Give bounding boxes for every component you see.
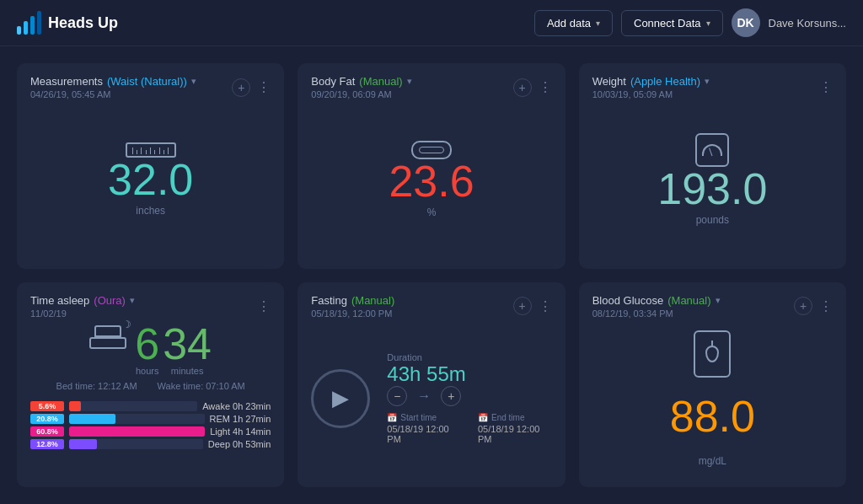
fasting-title: Fasting (Manual) [311, 294, 394, 307]
glucose-title-row: Blood Glucose (Manual) ▾ 08/12/19, 03:34… [592, 294, 721, 319]
rem-label: REM 1h 27min [210, 414, 271, 424]
fasting-end-col: 📅 End time 05/18/19 12:00 PM [478, 413, 552, 444]
body-fat-add-button[interactable]: + [513, 78, 532, 97]
awake-label: Awake 0h 23min [202, 401, 271, 411]
sleep-bar-light: 60.8% Light 4h 14min [30, 426, 271, 437]
awake-fill [69, 401, 81, 411]
fasting-card: Fasting (Manual) 05/18/19, 12:00 PM + ⋮ … [297, 282, 565, 488]
light-label: Light 4h 14min [210, 426, 271, 437]
glucose-menu-icon[interactable]: ⋮ [819, 298, 833, 314]
weight-value: 193.0 [657, 167, 767, 211]
weight-card: Weight (Apple Health) ▾ 10/03/19, 05:09 … [579, 63, 846, 269]
body-fat-chevron-icon[interactable]: ▾ [407, 76, 412, 87]
ruler-tick [154, 150, 155, 154]
fasting-title-text: Fasting [311, 294, 347, 307]
body-fat-unit: % [427, 206, 437, 218]
fasting-date: 05/18/19, 12:00 PM [311, 308, 394, 319]
glucose-source: (Manual) [667, 294, 710, 307]
measurements-title: Measurements (Waist (Natural)) ▾ [30, 75, 196, 88]
ruler-icon [126, 142, 176, 158]
glucose-drop-icon [694, 330, 731, 378]
sleep-actions: ⋮ [257, 298, 271, 314]
fasting-arrow-icon: → [417, 389, 431, 404]
measurements-body: 32.0 inches [30, 103, 271, 257]
weight-chevron-icon[interactable]: ▾ [705, 76, 710, 87]
sleep-bar-rem: 20.8% REM 1h 27min [30, 414, 271, 424]
ruler-tick [132, 147, 133, 154]
fasting-end-label: 📅 End time [478, 413, 552, 422]
ruler-tick [137, 150, 137, 154]
logo: Heads Up [17, 11, 118, 35]
weight-card-header: Weight (Apple Health) ▾ 10/03/19, 05:09 … [592, 75, 833, 99]
sleep-hours-value: 6 [135, 322, 159, 366]
body-fat-title-text: Body Fat [311, 75, 355, 88]
body-fat-title: Body Fat (Manual) ▾ [311, 75, 411, 88]
add-data-button[interactable]: Add data ▾ [534, 10, 613, 36]
fasting-add-button[interactable]: + [513, 297, 532, 315]
fasting-controls: − → + [387, 386, 551, 406]
body-fat-date: 09/20/19, 06:09 AM [311, 89, 411, 99]
weight-scale-icon [695, 133, 729, 167]
ruler-tick [150, 147, 151, 154]
awake-pct: 5.6% [30, 401, 64, 411]
glucose-add-button[interactable]: + [794, 297, 812, 315]
sleep-menu-icon[interactable]: ⋮ [257, 298, 271, 314]
drop-shape [705, 346, 719, 362]
fasting-menu-icon[interactable]: ⋮ [539, 298, 552, 314]
body-fat-title-row: Body Fat (Manual) ▾ 09/20/19, 06:09 AM [311, 75, 411, 99]
glucose-value: 88.0 [670, 391, 755, 442]
dashboard-grid: Measurements (Waist (Natural)) ▾ 04/26/1… [0, 46, 863, 504]
fasting-duration-label: Duration [387, 352, 551, 362]
fasting-end-value: 05/18/19 12:00 PM [478, 424, 552, 444]
weight-unit: pounds [696, 214, 729, 226]
tape-measure-icon [411, 141, 452, 159]
weight-body: 193.0 pounds [592, 103, 833, 257]
sleep-title: Time asleep (Oura) ▾ [30, 294, 135, 307]
measurements-card: Measurements (Waist (Natural)) ▾ 04/26/1… [17, 63, 284, 269]
sleep-body: ☽ 6 hours 34 minutes Bed time: 12:12 AM [30, 322, 271, 476]
fasting-duration-section: Duration 43h 55m − → + [387, 352, 551, 406]
bed-icon: ☽ [89, 325, 126, 349]
body-fat-value: 23.6 [389, 159, 474, 203]
measurements-source: (Waist (Natural)) [107, 75, 187, 88]
deep-pct: 12.8% [30, 439, 64, 449]
logo-bar-3 [30, 16, 35, 35]
measurements-value: 32.0 [108, 158, 193, 201]
fasting-minus-button[interactable]: − [387, 386, 407, 406]
fasting-start-value: 05/18/19 12:00 PM [387, 424, 461, 444]
sleep-source: (Oura) [94, 294, 126, 307]
avatar: DK [732, 8, 760, 37]
weight-needle [709, 148, 712, 157]
sleep-title-text: Time asleep [30, 294, 89, 307]
measurements-add-button[interactable]: + [232, 78, 250, 97]
weight-actions: ⋮ [819, 79, 833, 95]
connect-data-button[interactable]: Connect Data ▾ [621, 10, 723, 36]
add-data-chevron-icon: ▾ [596, 19, 600, 28]
measurements-actions: + ⋮ [232, 78, 271, 97]
measurements-date: 04/26/19, 05:45 AM [30, 89, 196, 99]
glucose-chevron-icon[interactable]: ▾ [716, 295, 721, 306]
fasting-plus-button[interactable]: + [441, 386, 461, 406]
fasting-source: (Manual) [351, 294, 394, 307]
sleep-bed-time: Bed time: 12:12 AM [56, 381, 137, 391]
sleep-chevron-icon[interactable]: ▾ [130, 295, 135, 306]
fasting-play-button[interactable]: ▶ [311, 369, 370, 428]
sleep-title-row: Time asleep (Oura) ▾ 11/02/19 [30, 294, 135, 319]
measurements-chevron-icon[interactable]: ▾ [191, 76, 196, 87]
body-fat-menu-icon[interactable]: ⋮ [539, 79, 552, 95]
measurements-menu-icon[interactable]: ⋮ [257, 79, 271, 95]
ruler-tick [141, 147, 142, 154]
measurements-title-row: Measurements (Waist (Natural)) ▾ 04/26/1… [30, 75, 196, 99]
sleep-card: Time asleep (Oura) ▾ 11/02/19 ⋮ ☽ [17, 282, 284, 488]
fasting-info: Duration 43h 55m − → + 📅 Start time [387, 352, 551, 444]
sleep-hours-label: hours [136, 366, 159, 376]
fasting-start-label: 📅 Start time [387, 413, 461, 422]
fasting-body: ▶ Duration 43h 55m − → + 📅 Start ti [311, 322, 551, 476]
weight-menu-icon[interactable]: ⋮ [819, 79, 833, 95]
sleep-wake-time: Wake time: 07:10 AM [158, 381, 245, 391]
body-fat-source: (Manual) [359, 75, 402, 88]
body-fat-card: Body Fat (Manual) ▾ 09/20/19, 06:09 AM +… [297, 63, 565, 269]
user-name: Dave Korsuns... [769, 17, 847, 29]
weight-title: Weight (Apple Health) ▾ [592, 75, 710, 88]
measurements-unit: inches [136, 205, 165, 217]
